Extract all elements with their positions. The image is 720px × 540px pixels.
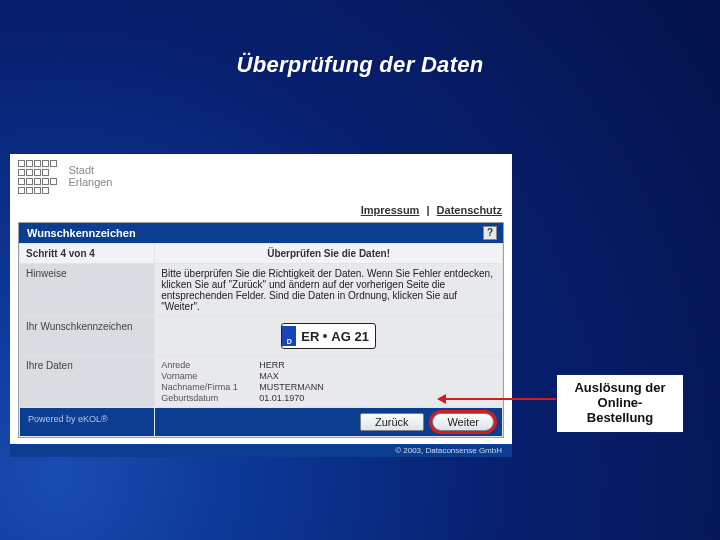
callout-line2: Online-: [598, 395, 643, 410]
plate-region: ER: [301, 329, 319, 344]
step-indicator: Schritt 4 von 4: [20, 244, 155, 264]
field-vorname-v: MAX: [259, 371, 496, 381]
callout-box: Auslösung der Online- Bestellung: [556, 374, 684, 433]
city-logo-text: Stadt Erlangen: [68, 164, 112, 188]
field-anrede-v: HERR: [259, 360, 496, 370]
field-nachname-v: MUSTERMANN: [259, 382, 496, 392]
powered-by: Powered by eKOL®: [20, 408, 155, 437]
help-button[interactable]: ?: [483, 226, 497, 240]
callout-arrow-icon: [440, 398, 562, 400]
impressum-link[interactable]: Impressum: [361, 204, 420, 216]
city-logo-icon: [18, 158, 58, 194]
plate-digits: 21: [354, 329, 368, 344]
datenschutz-link[interactable]: Datenschutz: [437, 204, 502, 216]
field-vorname-k: Vorname: [161, 371, 251, 381]
callout-line1: Auslösung der: [574, 380, 665, 395]
license-plate: D ER AG 21: [281, 323, 376, 349]
powered-by-text: Powered by eKOL®: [28, 414, 108, 424]
panel-title-bar: Wunschkennzeichen ?: [19, 223, 503, 243]
button-row: Zurück Weiter: [155, 408, 503, 437]
row-data-label: Ihre Daten: [20, 356, 155, 408]
header-logo-row: Stadt Erlangen: [10, 154, 512, 200]
field-nachname-k: Nachname/Firma 1: [161, 382, 251, 392]
field-anrede-k: Anrede: [161, 360, 251, 370]
step-header: Überprüfen Sie die Daten!: [155, 244, 503, 264]
panel-title: Wunschkennzeichen: [27, 227, 136, 239]
back-button[interactable]: Zurück: [360, 413, 424, 431]
row-hinweise-text: Bitte überprüfen Sie die Richtigkeit der…: [155, 264, 503, 317]
app-window: Stadt Erlangen Impressum | Datenschutz W…: [10, 154, 512, 457]
logo-line1: Stadt: [68, 164, 94, 176]
row-plate-value: D ER AG 21: [155, 317, 503, 356]
plate-seal-icon: [323, 334, 327, 338]
callout-line3: Bestellung: [587, 410, 653, 425]
top-links: Impressum | Datenschutz: [10, 200, 512, 222]
logo-line2: Erlangen: [68, 176, 112, 188]
slide-title: Überprüfung der Daten: [0, 52, 720, 78]
plate-letters: AG: [331, 329, 351, 344]
next-button[interactable]: Weiter: [432, 413, 494, 431]
link-separator: |: [426, 204, 429, 216]
row-plate-label: Ihr Wunschkennzeichen: [20, 317, 155, 356]
eu-badge-icon: D: [282, 326, 296, 346]
wizard-panel: Wunschkennzeichen ? Schritt 4 von 4 Über…: [18, 222, 504, 438]
row-hinweise-label: Hinweise: [20, 264, 155, 317]
field-geb-k: Geburtsdatum: [161, 393, 251, 403]
copyright-bar: © 2003, Dataconsense GmbH: [10, 444, 512, 457]
